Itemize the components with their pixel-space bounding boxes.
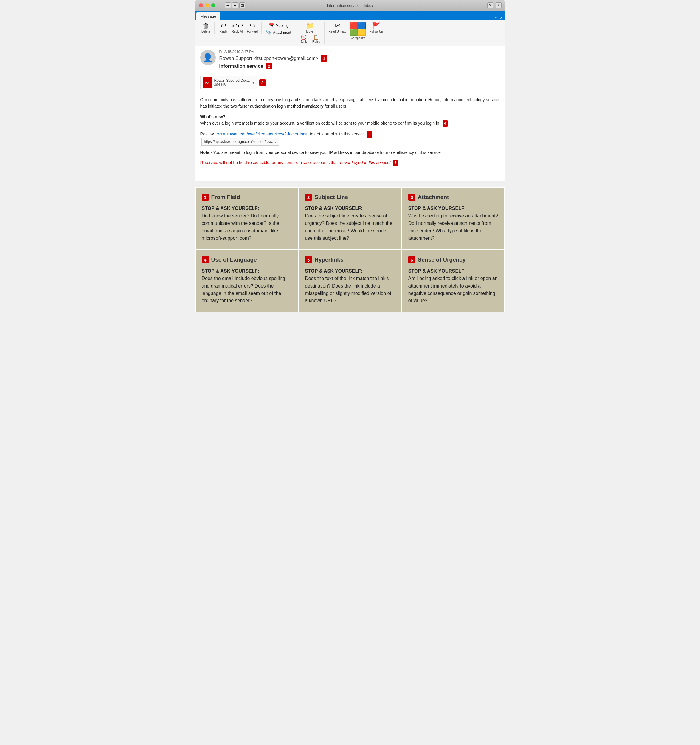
- warning-italic: never keyed-in this service!: [340, 160, 391, 165]
- email-meta: Fri 3/15/2019 2:47 PM Rowan Support <its…: [219, 50, 500, 69]
- attachment-icon: 📎: [266, 30, 272, 35]
- window-title: Information service – Inbox: [327, 3, 373, 8]
- avatar-icon: 👤: [203, 53, 213, 63]
- card-hyperlinks: 5 Hyperlinks STOP & ASK YOURSELF: Does t…: [298, 250, 402, 312]
- card-3-body: STOP & ASK YOURSELF: Was I expecting to …: [408, 205, 499, 242]
- badge-6: 6: [393, 160, 398, 166]
- attachment-badge: 3: [259, 79, 266, 86]
- reply-all-button[interactable]: ↩↩ Reply All: [231, 22, 245, 34]
- junk-rules-row: 🚫 Junk 📋 Rules: [298, 34, 322, 44]
- close-button[interactable]: [199, 3, 203, 7]
- card-4-header: 4 Use of Language: [202, 256, 292, 263]
- subject-badge: 2: [266, 63, 272, 69]
- attachment-item[interactable]: PDF Rowan Secured Doc... 394 KB ▾: [200, 76, 257, 90]
- card-4-body: STOP & ASK YOURSELF: Does the email incl…: [202, 268, 292, 305]
- ribbon-tabs: Message ? ∧: [195, 11, 505, 20]
- meeting-button[interactable]: 📅 Meeting: [267, 22, 290, 29]
- quick-access-button[interactable]: 🖂: [239, 2, 245, 8]
- help-icon[interactable]: ?: [495, 16, 497, 20]
- pdf-icon: PDF: [203, 77, 212, 88]
- forward-icon: ↪: [250, 22, 255, 29]
- attachment-button[interactable]: 📎 Attachment: [265, 29, 293, 36]
- follow-up-icon: 🚩: [372, 22, 380, 29]
- subject-row: Information service 2: [219, 63, 500, 69]
- body-warning: IT service will not be held responsible …: [200, 159, 500, 166]
- tags-group: ✉ Read/Unread 🟥🟦🟩🟨 Categorize 🚩 Follow U…: [325, 22, 387, 40]
- categorize-button[interactable]: 🟥🟦🟩🟨 Categorize: [349, 22, 367, 40]
- redo-button[interactable]: ↪: [232, 2, 238, 8]
- body-para2: What's new? When ever a login attempt is…: [200, 113, 500, 127]
- card-attachment: 3 Attachment STOP & ASK YOURSELF: Was I …: [402, 187, 505, 250]
- card-3-title: Attachment: [418, 194, 449, 200]
- card-use-of-language: 4 Use of Language STOP & ASK YOURSELF: D…: [195, 250, 299, 312]
- card-5-num: 5: [305, 256, 312, 263]
- ribbon-help-area: ? ∧: [495, 16, 505, 20]
- undo-button[interactable]: ↩: [225, 2, 231, 8]
- attachment-info: Rowan Secured Doc... 394 KB: [214, 78, 250, 87]
- move-group: 📁 Move 🚫 Junk 📋 Rules: [296, 22, 324, 44]
- hyperlink[interactable]: www.rowan.edu/owa/client-services/2-fact…: [217, 132, 309, 136]
- card-2-num: 2: [305, 193, 312, 201]
- move-button[interactable]: 📁 Move: [304, 22, 316, 34]
- collapse-button[interactable]: ∧: [496, 2, 501, 8]
- delete-icon: 🗑: [203, 22, 209, 29]
- forward-button[interactable]: ↪ Forward: [246, 22, 259, 34]
- attachment-name: Rowan Secured Doc...: [214, 78, 250, 82]
- reply-buttons-row: ↩ Reply ↩↩ Reply All ↪ Forward: [218, 22, 259, 34]
- reply-all-icon: ↩↩: [232, 22, 243, 29]
- card-5-body: STOP & ASK YOURSELF: Does the text of th…: [305, 268, 395, 305]
- body-link-para: Review www.rowan.edu/owa/client-services…: [200, 131, 500, 145]
- card-1-title: From Field: [211, 194, 240, 200]
- delete-button[interactable]: 🗑 Delete: [200, 22, 212, 34]
- from-badge: 1: [321, 55, 327, 62]
- read-unread-button[interactable]: ✉ Read/Unread: [327, 22, 348, 40]
- follow-up-button[interactable]: 🚩 Follow Up: [368, 22, 384, 40]
- card-2-title: Subject Line: [314, 194, 348, 200]
- attachment-area: PDF Rowan Secured Doc... 394 KB ▾ 3: [196, 73, 505, 92]
- card-6-title: Sense of Urgency: [418, 256, 466, 263]
- card-4-title: Use of Language: [211, 256, 257, 263]
- card-5-header: 5 Hyperlinks: [305, 256, 395, 263]
- from-row: Rowan Support <itsupport-rowan@gmail.com…: [219, 55, 500, 62]
- card-sense-of-urgency: 6 Sense of Urgency STOP & ASK YOURSELF: …: [402, 250, 505, 312]
- body-para1: Our community has suffered from many phi…: [200, 96, 500, 110]
- reply-button[interactable]: ↩ Reply: [218, 22, 230, 34]
- card-3-header: 3 Attachment: [408, 193, 499, 201]
- card-1-num: 1: [202, 193, 209, 201]
- delete-group: 🗑 Delete: [198, 22, 215, 34]
- sender-avatar: 👤: [200, 50, 216, 65]
- read-unread-icon: ✉: [335, 22, 340, 29]
- email-date: Fri 3/15/2019 2:47 PM: [219, 50, 500, 54]
- badge-4: 4: [443, 120, 448, 127]
- title-bar: ↩ ↪ 🖂 Information service – Inbox ? ∧: [195, 0, 505, 11]
- card-6-header: 6 Sense of Urgency: [408, 256, 499, 263]
- card-6-body: STOP & ASK YOURSELF: Am I being asked to…: [408, 268, 499, 305]
- card-5-title: Hyperlinks: [314, 256, 343, 263]
- card-6-num: 6: [408, 256, 415, 263]
- minimize-button[interactable]: [205, 3, 209, 7]
- attachment-dropdown-icon[interactable]: ▾: [252, 81, 254, 85]
- tab-message[interactable]: Message: [196, 12, 221, 20]
- junk-button[interactable]: 🚫 Junk: [298, 34, 309, 44]
- email-container: 👤 Fri 3/15/2019 2:47 PM Rowan Support <i…: [195, 46, 505, 176]
- email-body: Our community has suffered from many phi…: [196, 92, 505, 176]
- attachment-size: 394 KB: [214, 82, 250, 87]
- help-button[interactable]: ?: [487, 2, 493, 8]
- card-4-num: 4: [202, 256, 209, 263]
- url-tooltip: https://upcyclewebdesign.com/support/row…: [201, 138, 279, 145]
- collapse-ribbon-icon[interactable]: ∧: [500, 16, 503, 20]
- badge-5: 5: [367, 131, 372, 138]
- ribbon-toolbar: 🗑 Delete ↩ Reply ↩↩ Reply All ↪ Forward …: [195, 20, 505, 46]
- undo-redo-controls: ↩ ↪ 🖂: [225, 2, 245, 8]
- move-icon: 📁: [306, 22, 314, 29]
- junk-icon: 🚫: [301, 34, 307, 40]
- categorize-icon: 🟥🟦🟩🟨: [350, 22, 366, 36]
- attach-row: PDF Rowan Secured Doc... 394 KB ▾ 3: [200, 76, 500, 90]
- email-subject: Information service: [219, 64, 263, 69]
- card-1-header: 1 From Field: [202, 193, 292, 201]
- info-cards-grid: 1 From Field STOP & ASK YOURSELF: Do I k…: [195, 187, 505, 312]
- meeting-icon: 📅: [269, 22, 275, 28]
- rules-button[interactable]: 📋 Rules: [310, 34, 322, 44]
- traffic-lights: [199, 3, 215, 7]
- maximize-button[interactable]: [211, 3, 215, 7]
